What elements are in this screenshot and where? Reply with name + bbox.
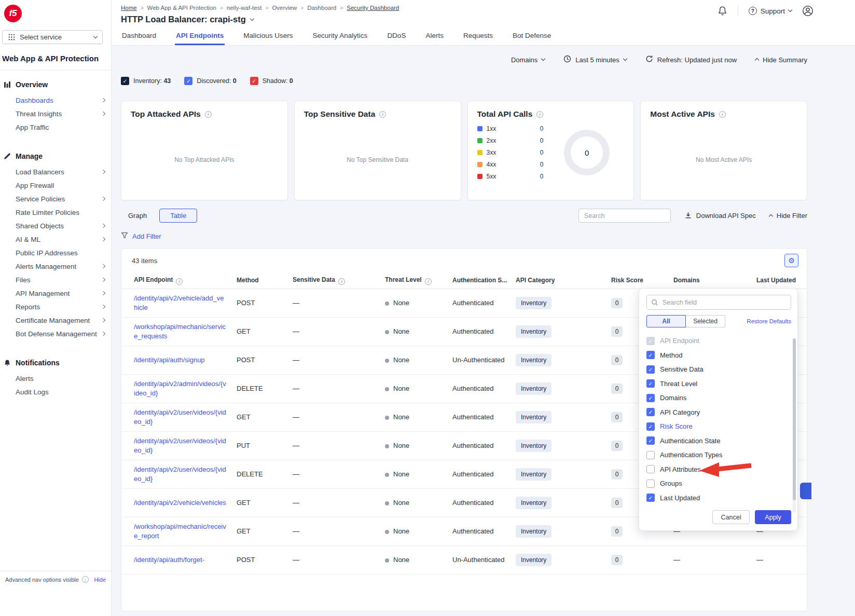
checkbox-icon[interactable]: ✓ (646, 365, 655, 374)
sidebar-item-app-traffic[interactable]: App Traffic (3, 120, 111, 134)
breadcrumb-web-app-api-protection[interactable]: Web App & API Protection (147, 5, 216, 11)
checkbox-icon[interactable]: ✓ (646, 436, 655, 445)
checkbox-icon[interactable] (646, 451, 655, 459)
column-option-threat-level[interactable]: ✓Threat Level (646, 377, 791, 391)
api-endpoint-link[interactable]: /identity/api/v2/vehicle/vehicles (134, 498, 226, 507)
column-option-last-updated[interactable]: ✓Last Updated (646, 491, 791, 505)
table-view-button[interactable]: Table (159, 209, 197, 223)
sidebar-item-dashboards[interactable]: Dashboards (3, 93, 111, 107)
tab-bot-defense[interactable]: Bot Defense (512, 28, 552, 45)
breadcrumb-security-dashboard[interactable]: Security Dashboard (347, 5, 399, 11)
tab-api-endpoints[interactable]: API Endpoints (175, 28, 225, 45)
checkbox-icon[interactable]: ✓ (646, 351, 655, 359)
sidebar-item-certificate-management[interactable]: Certificate Management (3, 313, 111, 327)
sidebar-item-api-management[interactable]: API Management (3, 286, 111, 300)
sidebar-item-reports[interactable]: Reports (3, 300, 111, 313)
sidebar-item-audit-logs[interactable]: Audit Logs (3, 385, 111, 399)
column-option-api-category[interactable]: ✓API Category (646, 405, 791, 420)
sidebar-item-threat-insights[interactable]: Threat Insights (3, 107, 111, 120)
breadcrumb-dashboard[interactable]: Dashboard (307, 5, 336, 11)
column-option-authentication-state[interactable]: ✓Authentication State (646, 434, 791, 448)
column-settings-button[interactable]: ⚙ (784, 254, 798, 267)
checkbox-icon[interactable]: ✓ (184, 77, 192, 85)
sidebar-item-rate-limiter-policies[interactable]: Rate Limiter Policies (3, 206, 111, 219)
checkbox-icon[interactable]: ✓ (646, 408, 655, 416)
sidebar-item-shared-objects[interactable]: Shared Objects (3, 219, 111, 232)
api-endpoint-link[interactable]: /identity/api/auth/signup (134, 355, 226, 364)
counter-inventory[interactable]: ✓Inventory: 43 (121, 77, 171, 85)
refresh-button[interactable]: Refresh: Updated just now (645, 55, 737, 64)
domains-dropdown[interactable]: Domains (511, 56, 545, 64)
service-selector[interactable]: Select service (2, 30, 103, 44)
notifications-bell-icon[interactable] (718, 6, 727, 16)
breadcrumb-overview[interactable]: Overview (272, 5, 297, 11)
api-endpoint-link[interactable]: /identity/api/v2/vehicle/add_vehicle (134, 294, 226, 311)
restore-defaults-link[interactable]: Restore Defaults (747, 318, 791, 324)
floating-button-fragment[interactable] (800, 483, 811, 499)
tab-alerts[interactable]: Alerts (424, 28, 445, 45)
filter-tab-all[interactable]: All (646, 315, 686, 327)
checkbox-icon[interactable]: ✓ (250, 77, 258, 85)
column-option-domains[interactable]: ✓Domains (646, 391, 791, 405)
scrollbar-track[interactable] (793, 338, 796, 513)
hide-summary-toggle[interactable]: Hide Summary (755, 56, 807, 64)
checkbox-icon[interactable]: ✓ (646, 422, 655, 431)
api-endpoint-link[interactable]: /identity/api/auth/forget- (134, 555, 226, 564)
filter-tab-selected[interactable]: Selected (686, 315, 725, 327)
search-input[interactable] (578, 209, 671, 223)
column-option-groups[interactable]: Groups (646, 476, 791, 491)
scrollbar-thumb[interactable] (793, 338, 796, 500)
checkbox-icon[interactable] (646, 465, 655, 473)
sidebar-item-load-balancers[interactable]: Load Balancers (3, 165, 111, 179)
sidebar-item-app-firewall[interactable]: App Firewall (3, 179, 111, 192)
tab-security-analytics[interactable]: Security Analytics (312, 28, 369, 45)
api-endpoint-link[interactable]: /identity/api/v2/user/videos/{video_id} (134, 436, 226, 454)
tab-malicious-users[interactable]: Malicious Users (242, 28, 294, 45)
sidebar-item-public-ip-addresses[interactable]: Public IP Addresses (3, 246, 111, 259)
donut-center-value: 0 (585, 148, 589, 157)
breadcrumb-home[interactable]: Home (121, 5, 137, 11)
checkbox-icon[interactable] (646, 480, 655, 488)
sidebar-item-alerts-management[interactable]: Alerts Management (3, 259, 111, 273)
legend-value: 0 (540, 161, 544, 168)
sidebar-item-files[interactable]: Files (3, 273, 111, 286)
checkbox-icon[interactable]: ✓ (646, 394, 655, 402)
column-option-method[interactable]: ✓Method (646, 348, 791, 363)
graph-view-button[interactable]: Graph (121, 209, 154, 222)
checkbox-icon[interactable]: ✓ (646, 379, 655, 388)
sidebar-item-ai-ml[interactable]: AI & ML (3, 232, 111, 246)
tab-dashboard[interactable]: Dashboard (121, 28, 157, 45)
column-search-input[interactable] (646, 295, 791, 310)
hide-nav-link[interactable]: Hide (94, 577, 106, 583)
api-endpoint-cell: /identity/api/v2/vehicle/vehicles (121, 488, 232, 517)
cancel-button[interactable]: Cancel (712, 510, 750, 524)
breadcrumb-nelly-waf-test[interactable]: nelly-waf-test (227, 5, 262, 11)
account-avatar[interactable] (802, 5, 813, 17)
apply-button[interactable]: Apply (755, 510, 791, 524)
column-option-risk-score[interactable]: ✓Risk Score (646, 419, 791, 434)
counter-shadow[interactable]: ✓Shadow: 0 (250, 77, 293, 85)
support-menu[interactable]: ? Support (749, 7, 792, 15)
chevron-down-icon[interactable] (250, 16, 254, 20)
hide-filter-toggle[interactable]: Hide Filter (769, 212, 807, 220)
column-option-api-endpoint[interactable]: ✓API Endpoint (646, 334, 791, 348)
api-endpoint-link[interactable]: /workshop/api/mechanic/service_requests (134, 322, 226, 340)
sidebar-item-bot-defense-management[interactable]: Bot Defense Management (3, 327, 111, 340)
checkbox-icon[interactable]: ✓ (646, 494, 655, 502)
add-filter-button[interactable]: Add Filter (121, 232, 161, 241)
column-option-sensitive-data[interactable]: ✓Sensitive Data (646, 362, 791, 377)
column-option-authentication-types[interactable]: Authentication Types (646, 448, 791, 462)
tab-requests[interactable]: Requests (462, 28, 494, 45)
time-range-dropdown[interactable]: Last 5 minutes (563, 55, 627, 64)
api-endpoint-link[interactable]: /identity/api/v2/user/videos/{video_id} (134, 465, 226, 483)
api-endpoint-link[interactable]: /identity/api/v2/user/videos/{video_id} (134, 408, 226, 426)
download-api-spec-button[interactable]: Download API Spec (684, 211, 756, 221)
checkbox-icon[interactable]: ✓ (121, 77, 129, 85)
tab-ddos[interactable]: DDoS (386, 28, 407, 45)
sidebar-item-service-policies[interactable]: Service Policies (3, 192, 111, 206)
sidebar-item-alerts[interactable]: Alerts (3, 372, 111, 385)
api-endpoint-link[interactable]: /workshop/api/mechanic/receive_report (134, 522, 226, 540)
f5-logo[interactable]: f5 (4, 5, 22, 22)
api-endpoint-link[interactable]: /identity/api/v2/admin/videos/{video_id} (134, 379, 226, 397)
counter-discovered[interactable]: ✓Discovered: 0 (184, 77, 236, 85)
